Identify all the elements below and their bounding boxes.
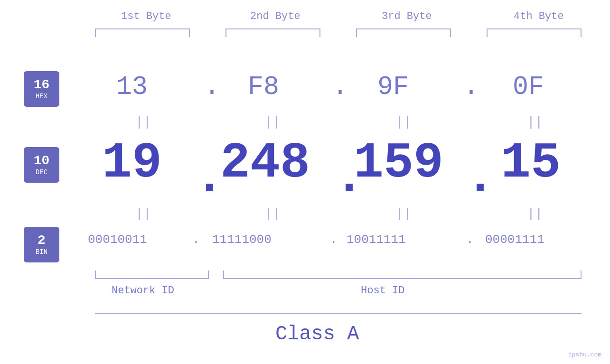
dec-value-b1: 19 — [102, 135, 162, 192]
bin-value-b1: 00010011 — [88, 233, 147, 247]
bracket-top-3 — [356, 28, 451, 37]
dec-value-b2: 248 — [220, 135, 310, 192]
bin-badge-label: BIN — [36, 248, 47, 256]
byte4-header: 4th Byte — [514, 10, 564, 22]
equals-dec-2: || — [264, 206, 281, 221]
equals-dec-1: || — [135, 206, 151, 221]
dec-badge: 10 DEC — [24, 147, 59, 183]
network-id-label: Network ID — [112, 285, 174, 297]
bin-value-b2: 11111000 — [212, 233, 272, 247]
equals-hex-3: || — [395, 115, 412, 130]
dec-badge-label: DEC — [36, 168, 47, 176]
byte2-header: 2nd Byte — [250, 10, 300, 22]
bin-dot-2: . — [330, 233, 338, 247]
bracket-bottom-host — [223, 271, 582, 279]
hex-value-b1: 13 — [116, 72, 148, 102]
byte1-header: 1st Byte — [121, 10, 171, 22]
bracket-top-4 — [487, 28, 582, 37]
bin-value-b4: 00001111 — [485, 233, 544, 247]
bin-dot-1: . — [192, 233, 200, 247]
bracket-top-1 — [95, 28, 190, 37]
hex-value-b3: 9F — [377, 72, 409, 102]
equals-hex-1: || — [135, 115, 151, 130]
hex-dot-1: . — [204, 72, 220, 102]
class-label: Class A — [275, 323, 359, 345]
dec-value-b3: 159 — [354, 135, 443, 192]
bin-value-b3: 10011111 — [347, 233, 406, 247]
main-layout: 1st Byte 2nd Byte 3rd Byte 4th Byte 16 H… — [0, 0, 610, 364]
host-id-label: Host ID — [361, 285, 404, 297]
bracket-bottom-network — [95, 271, 209, 279]
dec-dot-3: . — [465, 150, 495, 206]
hex-value-b2: F8 — [248, 72, 279, 102]
hex-badge-number: 16 — [34, 78, 50, 93]
equals-dec-4: || — [527, 206, 543, 221]
dec-badge-number: 10 — [34, 154, 50, 168]
equals-hex-4: || — [527, 115, 543, 130]
bin-dot-3: . — [466, 233, 474, 247]
hex-dot-2: . — [332, 72, 348, 102]
hex-badge-label: HEX — [36, 93, 47, 100]
dec-value-b4: 15 — [501, 135, 561, 192]
bin-badge: 2 BIN — [24, 227, 59, 262]
class-divider — [95, 313, 582, 314]
hex-value-b4: 0F — [513, 72, 544, 102]
equals-hex-2: || — [264, 115, 281, 130]
watermark: ipshu.com — [568, 351, 601, 358]
equals-dec-3: || — [395, 206, 412, 221]
byte3-header: 3rd Byte — [382, 10, 432, 22]
hex-dot-3: . — [463, 72, 479, 102]
bin-badge-number: 2 — [38, 233, 46, 248]
hex-badge: 16 HEX — [24, 71, 59, 107]
bracket-top-2 — [225, 28, 320, 37]
